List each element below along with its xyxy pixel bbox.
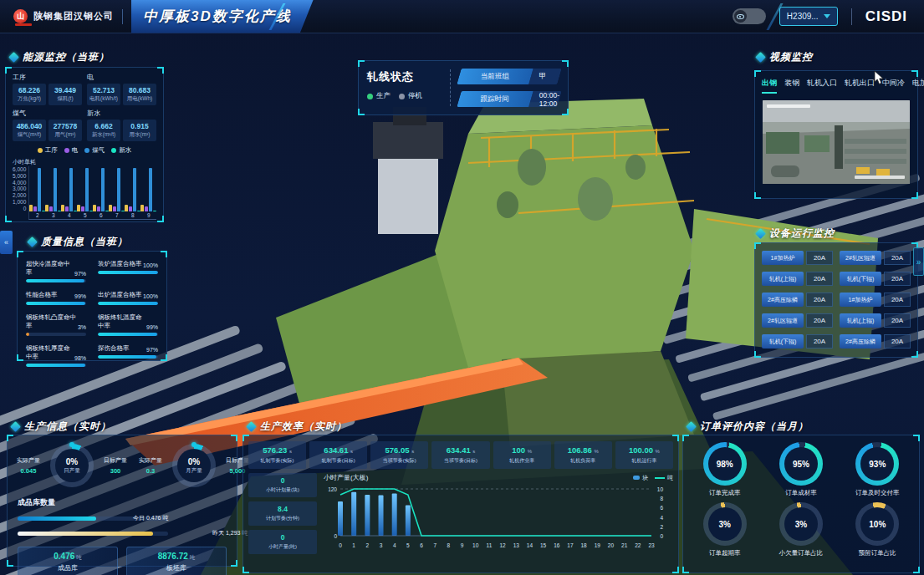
- quality-item: 钢板终轧凸度命中率3%: [26, 313, 86, 336]
- energy-chart-ylabel: 小时单耗: [13, 158, 163, 166]
- device-row: 2#轧区辊道20A: [762, 313, 833, 328]
- donut-gauge: 0%月产量: [172, 444, 216, 487]
- device-row: 轧机(上辊)20A: [762, 272, 833, 286]
- axis-tick: 13: [513, 542, 520, 548]
- device-row: 2#高压除鳞20A: [840, 334, 911, 349]
- order-gauge: 3% 订单超期率: [688, 502, 761, 557]
- legend-item: 电: [64, 146, 79, 155]
- corner-decoration: [5, 67, 12, 74]
- energy-cell: 486.040煤气(m³/t): [13, 120, 46, 141]
- device-name-chip[interactable]: 2#轧区辊道: [840, 251, 881, 265]
- order-gauge: 3% 小欠量订单占比: [764, 502, 837, 557]
- heat-number-dropdown[interactable]: H2309...: [779, 7, 838, 26]
- green-dot-icon: [367, 94, 373, 99]
- corner-decoration: [682, 435, 689, 441]
- device-name-chip[interactable]: 1#加热炉: [762, 251, 804, 265]
- axis-tick: 14: [527, 542, 533, 548]
- axis-tick: 10: [472, 542, 479, 548]
- axis-tick: 5: [84, 212, 87, 219]
- bar: [406, 506, 411, 536]
- brand-logo: CISDI: [865, 8, 907, 25]
- bar-煤气: [85, 168, 89, 211]
- device-name-chip[interactable]: 轧机(上辊): [762, 272, 804, 286]
- axis-tick: 8: [131, 212, 135, 219]
- device-name-chip[interactable]: 2#高压除鳞: [840, 334, 881, 349]
- diamond-icon: [755, 52, 766, 63]
- expand-panel-button[interactable]: »: [913, 247, 924, 276]
- tab-camera-3[interactable]: 轧机出口: [845, 78, 875, 94]
- axis-tick: 2,000: [13, 192, 26, 198]
- corner-decoration: [7, 435, 13, 441]
- device-name-chip[interactable]: 1#加热炉: [840, 293, 881, 307]
- axis-tick: 0: [660, 533, 663, 539]
- chevron-down-icon: [824, 14, 830, 18]
- device-row: 轧机(上辊)20A: [840, 313, 911, 328]
- quality-item: 探伤合格率97%: [98, 344, 158, 367]
- corner-decoration: [754, 70, 761, 77]
- slab-stock-card: 8876.72吨 板坯库: [126, 547, 227, 575]
- orders-panel: 98% 订单完成率 95% 订单成材率 93% 订单及时交付率 3% 订单超期率…: [682, 435, 920, 573]
- tab-camera-5[interactable]: 电加热: [912, 78, 924, 94]
- corner-decoration: [672, 435, 679, 441]
- corner-decoration: [911, 351, 918, 358]
- tab-camera-4[interactable]: 中间冷: [882, 78, 905, 94]
- energy-group: 新水 6.662新水(m³/t) 0.915用水(m³): [87, 109, 156, 141]
- corner-decoration: [157, 67, 164, 74]
- device-row: 轧机(下辊)20A: [762, 334, 833, 349]
- axis-tick: 1: [352, 542, 355, 548]
- axis-tick: 21: [621, 542, 628, 548]
- efficiency-stat-card: 106.86 %轧机负荷率: [554, 441, 612, 469]
- device-row: 1#加热炉20A: [840, 293, 911, 307]
- eye-icon: [734, 10, 747, 23]
- company-name: 陕钢集团汉钢公司: [33, 10, 114, 23]
- device-name-chip[interactable]: 2#高压除鳞: [762, 293, 804, 307]
- axis-tick: 2: [660, 524, 663, 530]
- quality-item: 装炉温度合格率100%: [98, 260, 158, 282]
- device-name-chip[interactable]: 轧机(下辊): [762, 334, 804, 349]
- efficiency-stat-card: 576.05 s当班节奏(实际): [370, 441, 428, 469]
- energy-cell: 80.683用电(kWh): [123, 84, 156, 105]
- axis-tick: 6,000: [13, 166, 26, 172]
- corner-decoration: [358, 60, 365, 67]
- bar-煤气: [69, 168, 73, 211]
- camera-video-feed[interactable]: [763, 100, 910, 184]
- tab-camera-2[interactable]: 轧机入口: [807, 78, 837, 94]
- axis-tick: 0: [339, 542, 342, 548]
- logo-underline: [15, 23, 32, 26]
- corner-decoration: [242, 435, 249, 441]
- device-name-chip[interactable]: 轧机(下辊): [840, 272, 881, 286]
- bar: [379, 495, 384, 536]
- legend-item: 新水: [111, 146, 131, 155]
- axis-tick: 8: [660, 496, 663, 501]
- status-legend-producing: 生产: [367, 91, 391, 101]
- device-name-chip[interactable]: 2#轧区辊道: [762, 313, 804, 328]
- bar-工序: [77, 205, 80, 211]
- gray-dot-icon: [399, 94, 405, 99]
- bar: [338, 501, 343, 536]
- output-chart-legend: 块 吨: [633, 474, 673, 482]
- efficiency-panel: 576.23 s轧制节奏(实际) 634.61 s轧制节奏(目标) 576.05…: [242, 435, 679, 573]
- device-row: 2#高压除鳞20A: [762, 293, 833, 307]
- axis-tick: 2: [366, 542, 370, 548]
- corner-decoration: [754, 351, 761, 358]
- axis-tick: 11: [487, 542, 493, 548]
- dashed-divider: [450, 69, 451, 106]
- device-panel: 1#加热炉20A 2#轧区辊道20A 轧机(上辊)20A 轧机(下辊)20A 2…: [754, 242, 918, 358]
- axis-tick: 8: [447, 542, 451, 548]
- axis-tick: 3,000: [13, 186, 26, 191]
- status-legend-stopped: 停机: [399, 91, 422, 101]
- efficiency-stat-card: 100.00 %轧机运行率: [615, 441, 673, 469]
- bar-煤气: [133, 168, 136, 211]
- corner-decoration: [754, 192, 761, 199]
- axis-tick: 3: [380, 542, 383, 548]
- tab-camera-1[interactable]: 装钢: [784, 78, 799, 94]
- collapse-panel-button[interactable]: «: [0, 231, 13, 254]
- energy-cell: 52.713电耗(kWh/t): [87, 84, 120, 105]
- corner-decoration: [161, 251, 167, 257]
- order-gauge: 98% 订单完成率: [688, 442, 761, 497]
- tab-camera-0[interactable]: 出钢: [762, 78, 777, 94]
- output-chart: 0123456789101112131415161718192021222312…: [324, 482, 673, 562]
- visibility-toggle[interactable]: [733, 8, 766, 24]
- energy-cell: 68.226万焦(kg/t): [13, 84, 46, 105]
- device-name-chip[interactable]: 轧机(上辊): [840, 313, 881, 328]
